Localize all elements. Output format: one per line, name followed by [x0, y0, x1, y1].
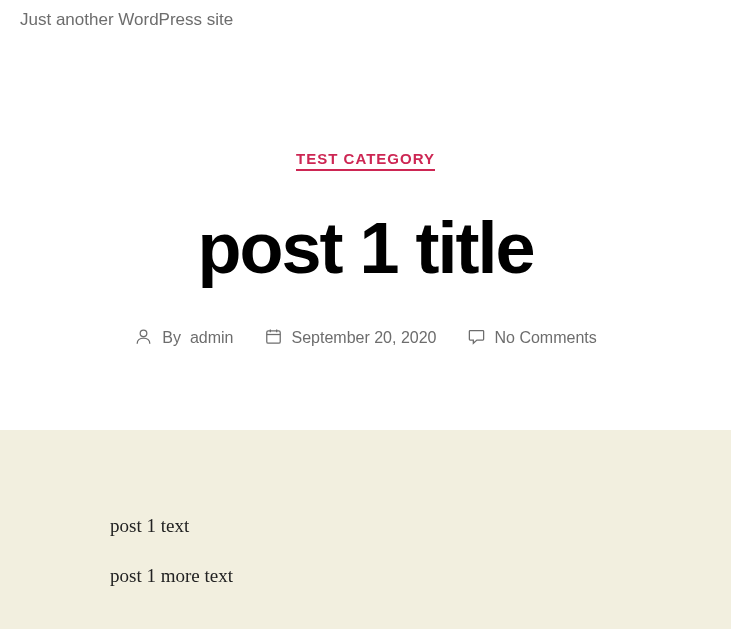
- svg-point-0: [140, 330, 147, 337]
- post-paragraph: post 1 text: [110, 515, 621, 537]
- author-by-label: By: [162, 329, 181, 347]
- category-link[interactable]: TEST CATEGORY: [296, 150, 435, 171]
- comments-link[interactable]: No Comments: [495, 329, 597, 347]
- post-content: post 1 text post 1 more text: [0, 430, 731, 629]
- date-link[interactable]: September 20, 2020: [292, 329, 437, 347]
- comment-icon: [467, 327, 486, 350]
- person-icon: [134, 327, 153, 350]
- author-meta: By admin: [134, 327, 233, 350]
- date-meta: September 20, 2020: [264, 327, 437, 350]
- site-tagline: Just another WordPress site: [0, 0, 731, 40]
- calendar-icon: [264, 327, 283, 350]
- post-meta-row: By admin September 20, 2020 No Comments: [20, 327, 711, 350]
- author-link[interactable]: admin: [190, 329, 234, 347]
- post-title: post 1 title: [20, 211, 711, 287]
- post-header: TEST CATEGORY post 1 title By admin Sept…: [0, 40, 731, 430]
- post-paragraph: post 1 more text: [110, 565, 621, 587]
- comments-meta: No Comments: [467, 327, 597, 350]
- svg-rect-1: [266, 331, 279, 343]
